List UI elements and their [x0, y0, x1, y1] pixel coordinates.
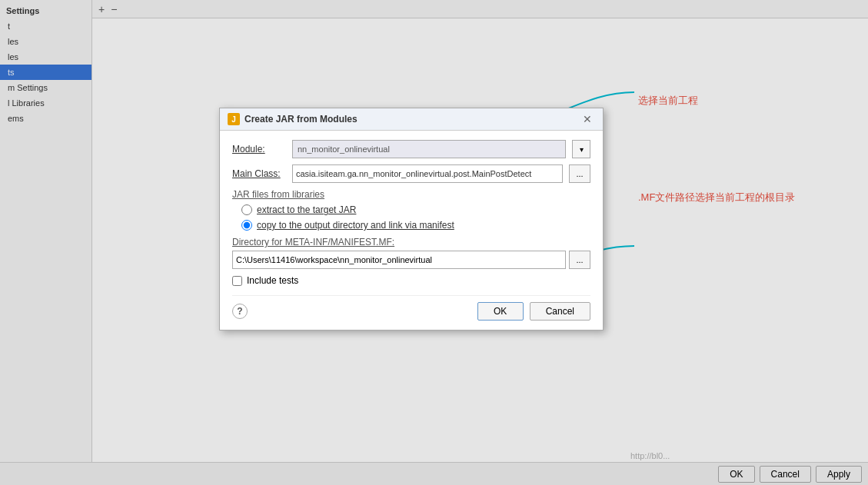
cancel-button[interactable]: Cancel	[530, 302, 590, 321]
include-tests-row: Include tests	[232, 275, 590, 286]
dialog-overlay: J Create JAR from Modules ✕ Module: ▾ Ma…	[0, 0, 868, 485]
help-button[interactable]: ?	[232, 304, 248, 319]
main-class-browse-button[interactable]: ...	[569, 164, 590, 183]
include-tests-label: Include tests	[247, 275, 298, 286]
radio-extract-label: extract to the target JAR	[257, 204, 356, 215]
dialog-close-button[interactable]: ✕	[580, 113, 595, 125]
dialog-title-left: J Create JAR from Modules	[228, 113, 358, 125]
jar-files-section-label: JAR files from libraries	[232, 189, 590, 200]
radio-group: extract to the target JAR copy to the ou…	[232, 204, 590, 231]
directory-browse-button[interactable]: ...	[569, 251, 590, 269]
module-label: Module:	[232, 144, 286, 154]
radio-extract[interactable]	[241, 204, 252, 215]
directory-label: Directory for META-INF/MANIFEST.MF:	[232, 237, 590, 247]
main-class-row: Main Class: ...	[232, 164, 590, 183]
dialog-body: Module: ▾ Main Class: ... JAR files from…	[220, 131, 603, 330]
radio-extract-row: extract to the target JAR	[241, 204, 590, 215]
module-input[interactable]	[292, 140, 566, 158]
radio-copy-label: copy to the output directory and link vi…	[257, 220, 454, 231]
main-class-input[interactable]	[292, 164, 563, 183]
dialog-title-text: Create JAR from Modules	[244, 114, 358, 125]
dialog-app-icon: J	[228, 113, 240, 125]
create-jar-dialog: J Create JAR from Modules ✕ Module: ▾ Ma…	[219, 108, 604, 331]
include-tests-checkbox[interactable]	[232, 276, 242, 286]
radio-copy[interactable]	[241, 220, 252, 231]
directory-row: ...	[232, 251, 590, 269]
directory-input[interactable]	[232, 251, 566, 269]
module-row: Module: ▾	[232, 140, 590, 158]
footer-buttons: OK Cancel	[477, 302, 590, 321]
main-class-label: Main Class:	[232, 168, 286, 179]
ok-button[interactable]: OK	[477, 302, 524, 321]
module-dropdown-button[interactable]: ▾	[572, 140, 590, 158]
radio-copy-row: copy to the output directory and link vi…	[241, 220, 590, 231]
dialog-footer: ? OK Cancel	[232, 295, 590, 321]
directory-section: Directory for META-INF/MANIFEST.MF: ...	[232, 237, 590, 269]
dialog-titlebar: J Create JAR from Modules ✕	[220, 108, 603, 131]
